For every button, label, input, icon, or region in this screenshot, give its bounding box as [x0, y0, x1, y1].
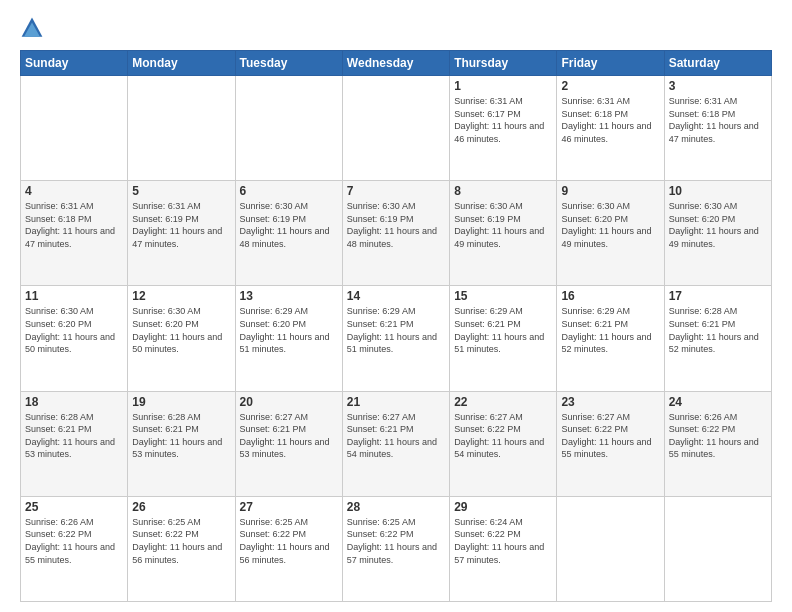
day-header-tuesday: Tuesday: [235, 51, 342, 76]
day-info: Sunrise: 6:31 AM Sunset: 6:17 PM Dayligh…: [454, 95, 552, 145]
day-number: 18: [25, 395, 123, 409]
day-info: Sunrise: 6:30 AM Sunset: 6:20 PM Dayligh…: [561, 200, 659, 250]
day-info: Sunrise: 6:25 AM Sunset: 6:22 PM Dayligh…: [347, 516, 445, 566]
day-number: 23: [561, 395, 659, 409]
calendar-cell: [128, 76, 235, 181]
calendar-cell: 4Sunrise: 6:31 AM Sunset: 6:18 PM Daylig…: [21, 181, 128, 286]
day-number: 8: [454, 184, 552, 198]
calendar-week-row: 11Sunrise: 6:30 AM Sunset: 6:20 PM Dayli…: [21, 286, 772, 391]
calendar-cell: 2Sunrise: 6:31 AM Sunset: 6:18 PM Daylig…: [557, 76, 664, 181]
calendar-cell: 12Sunrise: 6:30 AM Sunset: 6:20 PM Dayli…: [128, 286, 235, 391]
calendar-cell: 13Sunrise: 6:29 AM Sunset: 6:20 PM Dayli…: [235, 286, 342, 391]
day-number: 24: [669, 395, 767, 409]
day-info: Sunrise: 6:31 AM Sunset: 6:18 PM Dayligh…: [669, 95, 767, 145]
day-number: 19: [132, 395, 230, 409]
calendar-cell: 25Sunrise: 6:26 AM Sunset: 6:22 PM Dayli…: [21, 496, 128, 601]
calendar-table: SundayMondayTuesdayWednesdayThursdayFrid…: [20, 50, 772, 602]
calendar-cell: 6Sunrise: 6:30 AM Sunset: 6:19 PM Daylig…: [235, 181, 342, 286]
calendar-cell: [342, 76, 449, 181]
day-number: 14: [347, 289, 445, 303]
day-info: Sunrise: 6:30 AM Sunset: 6:20 PM Dayligh…: [669, 200, 767, 250]
day-info: Sunrise: 6:28 AM Sunset: 6:21 PM Dayligh…: [132, 411, 230, 461]
day-number: 25: [25, 500, 123, 514]
day-number: 27: [240, 500, 338, 514]
day-info: Sunrise: 6:29 AM Sunset: 6:21 PM Dayligh…: [454, 305, 552, 355]
calendar-cell: 11Sunrise: 6:30 AM Sunset: 6:20 PM Dayli…: [21, 286, 128, 391]
calendar-cell: 3Sunrise: 6:31 AM Sunset: 6:18 PM Daylig…: [664, 76, 771, 181]
calendar-cell: [235, 76, 342, 181]
calendar-week-row: 25Sunrise: 6:26 AM Sunset: 6:22 PM Dayli…: [21, 496, 772, 601]
day-header-thursday: Thursday: [450, 51, 557, 76]
day-info: Sunrise: 6:29 AM Sunset: 6:21 PM Dayligh…: [561, 305, 659, 355]
day-number: 13: [240, 289, 338, 303]
calendar-cell: 5Sunrise: 6:31 AM Sunset: 6:19 PM Daylig…: [128, 181, 235, 286]
day-info: Sunrise: 6:30 AM Sunset: 6:19 PM Dayligh…: [240, 200, 338, 250]
calendar-week-row: 4Sunrise: 6:31 AM Sunset: 6:18 PM Daylig…: [21, 181, 772, 286]
calendar-cell: 10Sunrise: 6:30 AM Sunset: 6:20 PM Dayli…: [664, 181, 771, 286]
calendar-cell: 18Sunrise: 6:28 AM Sunset: 6:21 PM Dayli…: [21, 391, 128, 496]
day-number: 11: [25, 289, 123, 303]
day-number: 12: [132, 289, 230, 303]
day-info: Sunrise: 6:27 AM Sunset: 6:21 PM Dayligh…: [347, 411, 445, 461]
calendar-cell: 24Sunrise: 6:26 AM Sunset: 6:22 PM Dayli…: [664, 391, 771, 496]
day-info: Sunrise: 6:25 AM Sunset: 6:22 PM Dayligh…: [132, 516, 230, 566]
day-number: 16: [561, 289, 659, 303]
day-info: Sunrise: 6:27 AM Sunset: 6:22 PM Dayligh…: [454, 411, 552, 461]
day-header-wednesday: Wednesday: [342, 51, 449, 76]
calendar-cell: 20Sunrise: 6:27 AM Sunset: 6:21 PM Dayli…: [235, 391, 342, 496]
day-info: Sunrise: 6:31 AM Sunset: 6:18 PM Dayligh…: [25, 200, 123, 250]
calendar-cell: [664, 496, 771, 601]
calendar-cell: 15Sunrise: 6:29 AM Sunset: 6:21 PM Dayli…: [450, 286, 557, 391]
day-number: 4: [25, 184, 123, 198]
day-number: 10: [669, 184, 767, 198]
calendar-cell: 16Sunrise: 6:29 AM Sunset: 6:21 PM Dayli…: [557, 286, 664, 391]
day-info: Sunrise: 6:27 AM Sunset: 6:22 PM Dayligh…: [561, 411, 659, 461]
day-info: Sunrise: 6:29 AM Sunset: 6:20 PM Dayligh…: [240, 305, 338, 355]
day-number: 5: [132, 184, 230, 198]
day-info: Sunrise: 6:29 AM Sunset: 6:21 PM Dayligh…: [347, 305, 445, 355]
day-number: 9: [561, 184, 659, 198]
logo-icon: [20, 16, 44, 40]
calendar-cell: 22Sunrise: 6:27 AM Sunset: 6:22 PM Dayli…: [450, 391, 557, 496]
calendar-week-row: 18Sunrise: 6:28 AM Sunset: 6:21 PM Dayli…: [21, 391, 772, 496]
calendar-cell: 17Sunrise: 6:28 AM Sunset: 6:21 PM Dayli…: [664, 286, 771, 391]
day-header-saturday: Saturday: [664, 51, 771, 76]
day-number: 17: [669, 289, 767, 303]
day-info: Sunrise: 6:24 AM Sunset: 6:22 PM Dayligh…: [454, 516, 552, 566]
calendar-cell: 26Sunrise: 6:25 AM Sunset: 6:22 PM Dayli…: [128, 496, 235, 601]
calendar-week-row: 1Sunrise: 6:31 AM Sunset: 6:17 PM Daylig…: [21, 76, 772, 181]
day-number: 6: [240, 184, 338, 198]
day-info: Sunrise: 6:27 AM Sunset: 6:21 PM Dayligh…: [240, 411, 338, 461]
day-number: 1: [454, 79, 552, 93]
day-number: 7: [347, 184, 445, 198]
day-info: Sunrise: 6:26 AM Sunset: 6:22 PM Dayligh…: [669, 411, 767, 461]
calendar-header-row: SundayMondayTuesdayWednesdayThursdayFrid…: [21, 51, 772, 76]
page: SundayMondayTuesdayWednesdayThursdayFrid…: [0, 0, 792, 612]
calendar-cell: 28Sunrise: 6:25 AM Sunset: 6:22 PM Dayli…: [342, 496, 449, 601]
day-info: Sunrise: 6:30 AM Sunset: 6:19 PM Dayligh…: [347, 200, 445, 250]
day-number: 28: [347, 500, 445, 514]
day-header-sunday: Sunday: [21, 51, 128, 76]
calendar-cell: [21, 76, 128, 181]
calendar-cell: 21Sunrise: 6:27 AM Sunset: 6:21 PM Dayli…: [342, 391, 449, 496]
calendar-cell: 7Sunrise: 6:30 AM Sunset: 6:19 PM Daylig…: [342, 181, 449, 286]
day-number: 20: [240, 395, 338, 409]
logo: [20, 16, 48, 40]
day-number: 26: [132, 500, 230, 514]
day-number: 2: [561, 79, 659, 93]
day-number: 21: [347, 395, 445, 409]
calendar-cell: 27Sunrise: 6:25 AM Sunset: 6:22 PM Dayli…: [235, 496, 342, 601]
calendar-cell: 29Sunrise: 6:24 AM Sunset: 6:22 PM Dayli…: [450, 496, 557, 601]
day-header-friday: Friday: [557, 51, 664, 76]
day-info: Sunrise: 6:26 AM Sunset: 6:22 PM Dayligh…: [25, 516, 123, 566]
day-info: Sunrise: 6:30 AM Sunset: 6:20 PM Dayligh…: [25, 305, 123, 355]
day-header-monday: Monday: [128, 51, 235, 76]
calendar-cell: 9Sunrise: 6:30 AM Sunset: 6:20 PM Daylig…: [557, 181, 664, 286]
day-info: Sunrise: 6:31 AM Sunset: 6:18 PM Dayligh…: [561, 95, 659, 145]
day-info: Sunrise: 6:28 AM Sunset: 6:21 PM Dayligh…: [669, 305, 767, 355]
calendar-cell: 1Sunrise: 6:31 AM Sunset: 6:17 PM Daylig…: [450, 76, 557, 181]
day-info: Sunrise: 6:28 AM Sunset: 6:21 PM Dayligh…: [25, 411, 123, 461]
day-number: 15: [454, 289, 552, 303]
day-info: Sunrise: 6:30 AM Sunset: 6:20 PM Dayligh…: [132, 305, 230, 355]
day-info: Sunrise: 6:25 AM Sunset: 6:22 PM Dayligh…: [240, 516, 338, 566]
